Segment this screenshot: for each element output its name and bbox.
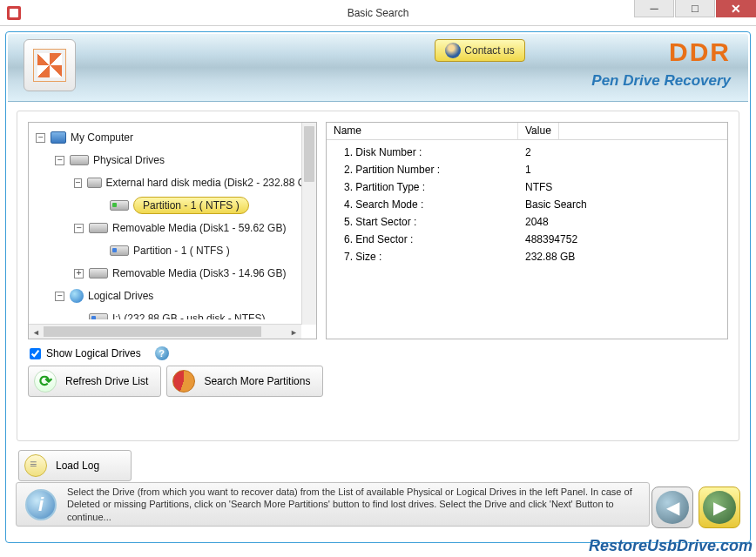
search-more-partitions-button[interactable]: Search More Partitions — [166, 366, 323, 397]
info-value: 1 — [518, 164, 531, 176]
collapse-icon[interactable]: − — [74, 178, 82, 188]
drive-info-panel: Name Value 1. Disk Number :22. Partition… — [326, 122, 728, 339]
brand-logo: DDR — [669, 37, 731, 67]
info-header: Name Value — [327, 123, 727, 140]
scroll-left-icon[interactable]: ◄ — [29, 325, 44, 339]
info-value: NTFS — [518, 181, 552, 193]
app-logo — [24, 39, 76, 91]
info-row: 7. Size :232.88 GB — [327, 248, 727, 265]
info-name: 2. Partition Number : — [327, 164, 518, 176]
drive-tree[interactable]: − My Computer − Physical Drives − — [28, 122, 317, 339]
collapse-icon[interactable]: − — [55, 156, 64, 165]
next-button[interactable]: ▶ — [699, 487, 740, 528]
info-row: 3. Partition Type :NTFS — [327, 178, 727, 196]
info-name: 4. Search Mode : — [327, 198, 518, 211]
app-icon — [7, 6, 21, 20]
info-name: 5. Start Sector : — [327, 216, 518, 228]
column-name[interactable]: Name — [327, 123, 518, 139]
load-log-label: Load Log — [56, 460, 99, 472]
info-row: 1. Disk Number :2 — [327, 144, 727, 161]
arrow-left-icon: ◀ — [656, 491, 689, 524]
contact-us-button[interactable]: Contact us — [435, 39, 525, 62]
tree-item-partition[interactable]: Partition - 1 ( NTFS ) — [29, 239, 316, 262]
info-body: 1. Disk Number :22. Partition Number :13… — [327, 140, 727, 269]
info-value: 232.88 GB — [518, 251, 575, 263]
info-row: 5. Start Sector :2048 — [327, 213, 727, 231]
horizontal-scrollbar[interactable]: ◄ ► — [29, 324, 301, 339]
computer-icon — [51, 131, 66, 144]
drive-icon — [87, 178, 102, 188]
tree-item-removable-1[interactable]: − Removable Media (Disk1 - 59.62 GB) — [29, 217, 316, 239]
tree-item-physical-drives[interactable]: − Physical Drives — [29, 149, 316, 171]
minimize-button[interactable]: ─ — [634, 0, 674, 17]
tree-item-my-computer[interactable]: − My Computer — [29, 126, 316, 149]
tree-item-logical-drives[interactable]: − Logical Drives — [29, 285, 316, 307]
info-row: 2. Partition Number :1 — [327, 161, 727, 178]
scroll-right-icon[interactable]: ► — [287, 325, 301, 339]
tree-label: I:\ (232.88 GB - usb disk - NTFS) — [112, 312, 265, 319]
close-button[interactable]: ✕ — [716, 0, 756, 17]
info-name: 6. End Sector : — [327, 233, 518, 245]
contact-label: Contact us — [464, 44, 514, 57]
tree-label: External hard disk media (Disk2 - 232.88… — [106, 177, 316, 189]
log-icon — [24, 454, 47, 477]
expand-icon[interactable]: + — [74, 269, 84, 278]
search-more-label: Search More Partitions — [204, 375, 310, 387]
maximize-button[interactable]: □ — [675, 0, 715, 17]
drives-group: − My Computer − Physical Drives − — [17, 111, 739, 441]
tree-label: Partition - 1 ( NTFS ) — [133, 245, 230, 257]
tree-item-external-disk[interactable]: − External hard disk media (Disk2 - 232.… — [29, 171, 316, 194]
back-button[interactable]: ◀ — [651, 487, 693, 528]
vertical-scrollbar[interactable] — [301, 123, 316, 325]
drive-icon — [89, 313, 108, 319]
info-icon: i — [25, 489, 57, 520]
tree-label: Removable Media (Disk1 - 59.62 GB) — [112, 222, 286, 234]
info-value: Basic Search — [518, 198, 587, 211]
info-row: 6. End Sector :488394752 — [327, 231, 727, 248]
info-name: 1. Disk Number : — [327, 146, 518, 158]
show-logical-checkbox[interactable] — [30, 348, 41, 359]
tree-label: Logical Drives — [88, 290, 153, 302]
tree-label: My Computer — [71, 131, 133, 144]
globe-icon — [70, 289, 84, 303]
window-controls: ─ □ ✕ — [634, 0, 756, 25]
pie-chart-icon — [172, 370, 195, 393]
tree-item-logical-i[interactable]: I:\ (232.88 GB - usb disk - NTFS) — [29, 307, 316, 319]
show-logical-label: Show Logical Drives — [46, 347, 141, 359]
collapse-icon[interactable]: − — [74, 224, 84, 233]
person-icon — [445, 43, 461, 58]
main-frame: Contact us DDR Pen Drive Recovery − My C… — [5, 31, 751, 543]
info-row: 4. Search Mode :Basic Search — [327, 196, 727, 213]
partition-icon — [110, 200, 129, 211]
refresh-label: Refresh Drive List — [65, 375, 148, 387]
header-banner: Contact us DDR Pen Drive Recovery — [8, 34, 748, 102]
instruction-bar: i Select the Drive (from which you want … — [16, 482, 650, 527]
refresh-icon — [34, 370, 57, 393]
info-value: 488394752 — [518, 233, 577, 245]
info-name: 7. Size : — [327, 251, 518, 263]
column-value[interactable]: Value — [518, 123, 559, 139]
tree-label: Partition - 1 ( NTFS ) — [133, 197, 249, 214]
arrow-right-icon: ▶ — [703, 491, 736, 524]
info-value: 2048 — [518, 216, 549, 228]
tree-item-removable-2[interactable]: + Removable Media (Disk3 - 14.96 GB) — [29, 262, 316, 285]
tree-label: Physical Drives — [93, 154, 165, 166]
title-bar: Basic Search ─ □ ✕ — [0, 0, 756, 26]
collapse-icon[interactable]: − — [55, 292, 64, 301]
tree-item-partition-selected[interactable]: Partition - 1 ( NTFS ) — [29, 194, 316, 217]
info-value: 2 — [518, 146, 531, 158]
footer-watermark: RestoreUsbDrive.com — [589, 537, 753, 555]
drive-icon — [70, 155, 89, 165]
refresh-drive-list-button[interactable]: Refresh Drive List — [28, 366, 161, 397]
drive-icon — [89, 223, 108, 233]
window-title: Basic Search — [348, 7, 409, 19]
load-log-button[interactable]: Load Log — [18, 450, 132, 481]
product-name: Pen Drive Recovery — [591, 72, 731, 90]
instruction-text: Select the Drive (from which you want to… — [67, 486, 640, 523]
info-name: 3. Partition Type : — [327, 181, 518, 193]
tree-label: Removable Media (Disk3 - 14.96 GB) — [112, 267, 286, 279]
help-icon[interactable]: ? — [155, 346, 169, 360]
drive-icon — [89, 268, 108, 278]
collapse-icon[interactable]: − — [36, 133, 45, 143]
partition-icon — [110, 245, 129, 256]
